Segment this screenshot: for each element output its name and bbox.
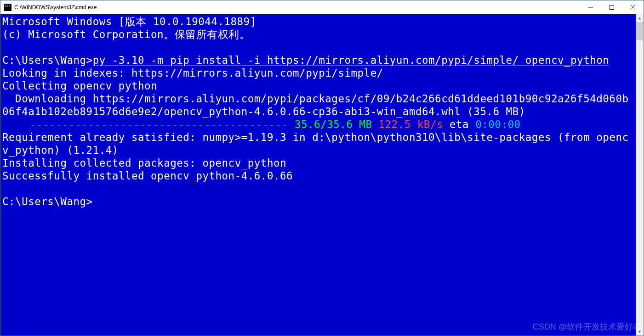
prompt-line: C:\Users\Wang>py -3.10 -m pip install -i… [2, 54, 634, 67]
command-input: py -3.10 -m pip install -i https://mirro… [93, 54, 610, 66]
maximize-button[interactable] [601, 0, 622, 14]
titlebar[interactable]: C:\WINDOWS\system32\cmd.exe [0, 0, 644, 14]
window-title: C:\WINDOWS\system32\cmd.exe [14, 4, 580, 11]
output-line: Collecting opencv_python [2, 79, 634, 92]
progress-size: 35.6/35.6 MB [295, 118, 372, 130]
output-line: Successfully installed opencv_python-4.6… [2, 169, 634, 182]
progress-line: ----------------------------------------… [2, 118, 634, 131]
window-controls [580, 0, 644, 14]
os-header-line: Microsoft Windows [版本 10.0.19044.1889] [2, 15, 634, 28]
blank-line [2, 182, 634, 195]
progress-bar: ---------------------------------------- [30, 118, 295, 130]
output-line: Downloading https://mirrors.aliyun.com/p… [2, 92, 634, 118]
progress-eta-label: eta [443, 118, 475, 130]
progress-speed: 122.5 kB/s [372, 118, 443, 130]
scrollbar-up-arrow[interactable]: ▲ [636, 14, 644, 22]
scrollbar-track[interactable] [636, 22, 644, 328]
prompt-path: C:\Users\Wang> [2, 54, 93, 66]
terminal-area: Microsoft Windows [版本 10.0.19044.1889](c… [0, 14, 644, 336]
cmd-icon [4, 4, 11, 11]
prompt-path: C:\Users\Wang> [2, 195, 634, 208]
blank-line [2, 41, 634, 54]
terminal-content[interactable]: Microsoft Windows [版本 10.0.19044.1889](c… [0, 14, 636, 336]
scrollbar-thumb[interactable] [636, 22, 643, 40]
output-line: Requirement already satisfied: numpy>=1.… [2, 131, 634, 157]
output-line: Installing collected packages: opencv_py… [2, 157, 634, 169]
svg-rect-1 [610, 5, 614, 9]
vertical-scrollbar[interactable]: ▲ ▼ [636, 14, 644, 336]
copyright-line: (c) Microsoft Corporation。保留所有权利。 [2, 28, 634, 41]
output-line: Looking in indexes: https://mirrors.aliy… [2, 67, 634, 79]
close-button[interactable] [622, 0, 644, 14]
cmd-window: C:\WINDOWS\system32\cmd.exe Microsoft Wi… [0, 0, 644, 336]
minimize-button[interactable] [580, 0, 601, 14]
progress-eta: 0:00:00 [475, 118, 520, 130]
scrollbar-down-arrow[interactable]: ▼ [636, 328, 644, 336]
